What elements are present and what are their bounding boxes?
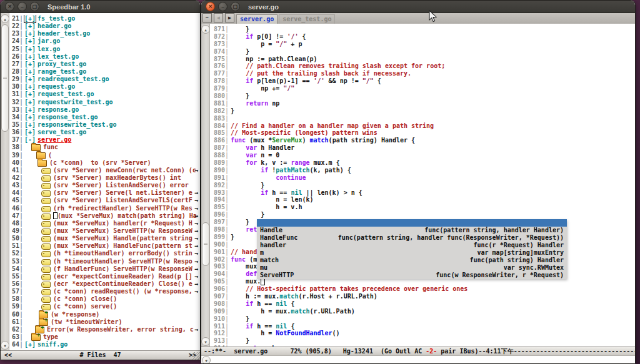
tab-menu-button[interactable]: − bbox=[202, 13, 212, 22]
editor-scrollbar[interactable]: ▲ ▼ bbox=[201, 24, 210, 347]
code-line[interactable]: 887| var h Handler bbox=[210, 144, 635, 152]
expander-icon[interactable]: [+] bbox=[24, 129, 36, 136]
speedbar-row[interactable]: 46|(rh *redirectHandler) ServeHTTP(w Res… bbox=[10, 205, 200, 212]
speedbar-row[interactable]: 24|[+]jar.go bbox=[10, 37, 200, 45]
speedbar-row[interactable]: 56|(ecr *expectContinueReader) Close() e… bbox=[10, 280, 200, 288]
code-line[interactable]: 890| if !pathMatch(k, path) { bbox=[210, 167, 635, 174]
speedbar-row[interactable]: 60|(w *response) bbox=[10, 310, 200, 318]
scroll-up-icon[interactable]: ▲ bbox=[201, 25, 210, 34]
minibuffer[interactable]: ▼ bbox=[201, 355, 635, 363]
scroll-down-icon[interactable]: ▼ bbox=[1, 341, 9, 350]
tab-server-go[interactable]: server.go bbox=[236, 14, 278, 24]
speedbar-row[interactable]: 25|[+]lex.go bbox=[10, 46, 200, 53]
code-line[interactable]: 894| n = len(k) bbox=[210, 196, 635, 204]
speedbar-row[interactable]: 53|(h *timeoutHandler) ServeHTTP(w Respo… bbox=[10, 258, 200, 265]
folder-icon[interactable] bbox=[38, 160, 47, 167]
speedbar-row[interactable]: 30|[+]request.go bbox=[10, 83, 200, 91]
speedbar-row[interactable]: 61|(tw *timeoutWriter) bbox=[10, 318, 200, 326]
code-line[interactable]: 891| continue bbox=[210, 174, 635, 182]
speedbar-row[interactable]: 34|[+]response_test.go bbox=[10, 114, 200, 121]
speedbar-row[interactable]: 22|[+]header.go bbox=[10, 22, 200, 30]
expander-icon[interactable]: [+] bbox=[24, 46, 36, 53]
speedbar-row[interactable]: 47|(mux *ServeMux) match(path string) Ha… bbox=[10, 212, 200, 220]
maximize-icon[interactable]: ▢ bbox=[30, 2, 39, 11]
resize-grip[interactable] bbox=[192, 352, 200, 360]
speedbar-row[interactable]: 21|[+]fs_test.go bbox=[10, 15, 200, 22]
speedbar-row[interactable]: 48|(mux *ServeMux) handler(r *Request) H… bbox=[10, 220, 200, 227]
speedbar-row[interactable]: 37|[-]server.go bbox=[10, 136, 200, 144]
expander-icon[interactable]: [+] bbox=[24, 83, 36, 91]
expander-icon[interactable]: [+] bbox=[24, 61, 36, 68]
code-line[interactable]: 911| if h == nil { bbox=[210, 323, 635, 330]
code-line[interactable]: 908| if h == nil { bbox=[210, 300, 635, 308]
expander-icon[interactable]: [+] bbox=[24, 68, 36, 76]
speedbar-row[interactable]: 26|[+]lex_test.go bbox=[10, 53, 200, 61]
speedbar-row[interactable]: 35|[+]responsewrite_test.go bbox=[10, 121, 200, 129]
speedbar-row[interactable]: 63|type bbox=[10, 333, 200, 341]
code-line[interactable]: 883| bbox=[210, 115, 635, 122]
expander-icon[interactable]: [+] bbox=[24, 99, 36, 106]
expander-icon[interactable]: [+] bbox=[24, 121, 36, 129]
completion-item[interactable]: matchfunc(path string) Handler bbox=[257, 257, 567, 264]
code-line[interactable]: 886|func (mux *ServeMux) match(path stri… bbox=[210, 137, 635, 144]
expander-icon[interactable]: [+] bbox=[24, 114, 36, 121]
minimize-icon[interactable]: – bbox=[18, 2, 27, 11]
speedbar-row[interactable]: 43|(srv *Server) ListenAndServe() error bbox=[10, 182, 200, 189]
code-line[interactable]: 896| } bbox=[210, 211, 635, 219]
speedbar-row[interactable]: 40|(c *conn) to (srv *Server) bbox=[10, 159, 200, 167]
speedbar-row[interactable]: 59|(c *conn) serve() bbox=[10, 303, 200, 310]
code-line[interactable]: 874| } bbox=[210, 48, 635, 56]
code-line[interactable]: 879| np += "/" bbox=[210, 85, 635, 92]
expander-icon[interactable]: [+] bbox=[24, 22, 36, 30]
speedbar-row[interactable]: 49|(mux *ServeMux) ServeHTTP(w ResponseW… bbox=[10, 227, 200, 235]
code-line[interactable]: 882|} bbox=[210, 107, 635, 115]
folder-icon[interactable] bbox=[31, 144, 41, 151]
speedbar-row[interactable]: 36|[+]serve_test.go bbox=[10, 129, 200, 136]
completion-item[interactable]: muvar sync.RWMutex bbox=[257, 264, 567, 272]
minimize-icon[interactable]: – bbox=[218, 2, 228, 11]
speedbar-row[interactable]: 44|(srv *Server) Serve(l net.Listener) e… bbox=[10, 189, 200, 197]
expander-icon[interactable]: [+] bbox=[24, 76, 36, 83]
speedbar-row[interactable]: 32|[+]requestwrite_test.go bbox=[10, 99, 200, 106]
expander-icon[interactable]: [+] bbox=[24, 106, 36, 114]
expander-icon[interactable]: [+] bbox=[24, 53, 36, 61]
speedbar-row[interactable]: 31|[+]request_test.go bbox=[10, 91, 200, 98]
completion-item[interactable]: handlerfunc(r *Request) Handler bbox=[257, 242, 567, 249]
speedbar-row[interactable]: 27|[+]proxy_test.go bbox=[10, 61, 200, 68]
editor-titlebar[interactable]: ✕ – ▢ server.go bbox=[201, 1, 635, 13]
speedbar-row[interactable]: 33|[+]response.go bbox=[10, 106, 200, 114]
code-line[interactable]: 909| h = mux.match(r.URL.Path) bbox=[210, 308, 635, 315]
code-line[interactable]: 878| if p[len(p)-1] == '/' && np != "/" … bbox=[210, 77, 635, 85]
speedbar-row[interactable]: 23|[+]header_test.go bbox=[10, 30, 200, 37]
code-line[interactable]: 881| return np bbox=[210, 100, 635, 107]
scroll-up-icon[interactable]: ▲ bbox=[1, 14, 9, 23]
code-line[interactable]: 872| if p[0] != '/' { bbox=[210, 33, 635, 41]
expander-icon[interactable]: [+] bbox=[24, 91, 36, 98]
speedbar-row[interactable]: 50|(mux *ServeMux) Handle(pattern string… bbox=[10, 235, 200, 242]
tab-serve-test-go[interactable]: serve_test.go bbox=[279, 14, 335, 24]
code-line[interactable]: 884|// Find a handler on a handler map g… bbox=[210, 122, 635, 130]
speedbar-row[interactable]: 39|( bbox=[10, 152, 200, 159]
tab-scroll-right-icon[interactable]: ▶ bbox=[225, 13, 234, 22]
code-line[interactable]: 892| } bbox=[210, 182, 635, 189]
close-icon[interactable]: ✕ bbox=[206, 2, 215, 11]
completion-item[interactable]: Handlefunc(pattern string, handler Handl… bbox=[257, 227, 567, 234]
close-icon[interactable]: ✕ bbox=[5, 2, 14, 11]
speedbar-scrollbar[interactable]: ▲ ▼ bbox=[1, 13, 9, 351]
speedbar-row[interactable]: 41|(srv *Server) newConn(rwc net.Conn) (… bbox=[10, 167, 200, 174]
code-line[interactable]: 885|// Most-specific (longest) pattern w… bbox=[210, 129, 635, 137]
speedbar-row[interactable]: 54|(f HandlerFunc) ServeHTTP(w ResponseW… bbox=[10, 265, 200, 273]
code-line[interactable]: 905| mux. bbox=[210, 278, 635, 285]
tab-scroll-left-icon[interactable]: ◀ bbox=[214, 13, 223, 22]
speedbar-row[interactable]: 29|[+]readrequest_test.go bbox=[10, 76, 200, 83]
speedbar-row[interactable]: 52|(h *timeoutHandler) errorBody() strin… bbox=[10, 250, 200, 257]
speedbar-row[interactable]: 28|[+]range_test.go bbox=[10, 68, 200, 76]
code-line[interactable]: 873| p = "/" + p bbox=[210, 41, 635, 48]
speedbar-row[interactable]: 58|(c *conn) close() bbox=[10, 295, 200, 303]
completion-item[interactable]: HandleFuncfunc(pattern string, handler f… bbox=[257, 234, 567, 242]
expander-icon[interactable]: [+] bbox=[24, 341, 36, 348]
editor-scrollbar-thumb[interactable] bbox=[202, 222, 209, 266]
expander-icon[interactable]: [+] bbox=[24, 37, 36, 45]
code-line[interactable]: 880| } bbox=[210, 92, 635, 100]
folder-icon[interactable] bbox=[31, 334, 41, 341]
